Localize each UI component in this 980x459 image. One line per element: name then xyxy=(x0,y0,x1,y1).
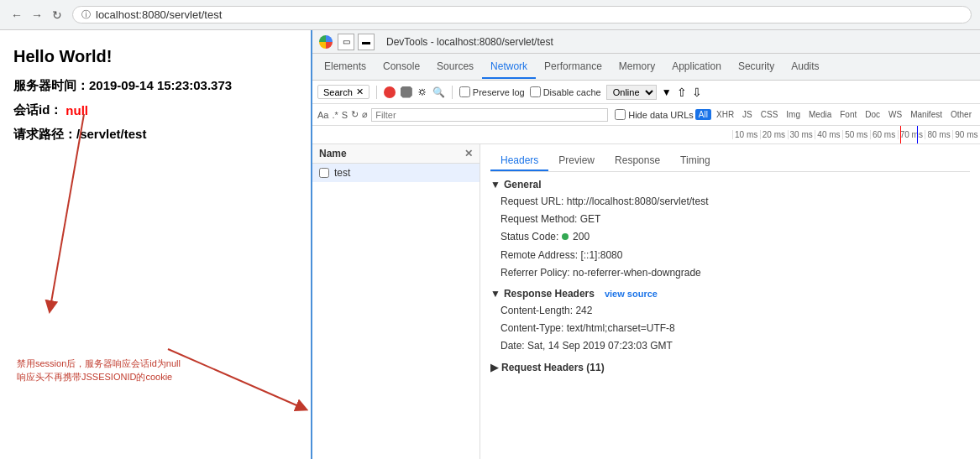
filter-tab-doc[interactable]: Doc xyxy=(862,109,883,120)
search-label: Search xyxy=(323,87,353,97)
network-filter-toolbar: Aa .* S ↻ ⌀ Hide data URLs All XHR JS CS… xyxy=(312,104,980,126)
preserve-log-label[interactable]: Preserve log xyxy=(459,86,525,97)
remote-address-value: [::1]:8080 xyxy=(580,249,622,261)
request-url-key: Request URL: xyxy=(500,196,567,207)
forward-button[interactable]: → xyxy=(29,7,45,23)
response-headers-section: ▼ Response Headers view source Content-L… xyxy=(490,288,970,355)
tab-security[interactable]: Security xyxy=(730,55,783,79)
preserve-log-checkbox[interactable] xyxy=(459,86,470,97)
throttle-select[interactable]: Online xyxy=(606,85,657,100)
request-method-row: Request Method: GET xyxy=(500,211,970,227)
session-value: null xyxy=(66,103,88,117)
disable-cache-checkbox[interactable] xyxy=(530,86,541,97)
content-length-value: 242 xyxy=(575,305,592,316)
referrer-policy-value: no-referrer-when-downgrade xyxy=(573,267,701,279)
detail-tab-headers[interactable]: Headers xyxy=(490,151,548,171)
timeline-ruler: 10 ms 20 ms 30 ms 40 ms 50 ms 60 ms 70 m… xyxy=(312,126,980,144)
upload-icon[interactable]: ⇧ xyxy=(677,86,687,99)
tab-sources[interactable]: Sources xyxy=(428,55,482,79)
filter-tab-ws[interactable]: WS xyxy=(885,109,905,120)
response-headers-header: ▼ Response Headers view source xyxy=(490,288,970,300)
request-headers-label: Request Headers (11) xyxy=(501,362,605,373)
search-icon[interactable]: 🔍 xyxy=(432,86,445,98)
devtools-dock-icons: ▭ ▬ xyxy=(338,34,375,50)
request-checkbox[interactable] xyxy=(319,168,329,178)
disable-cache-label[interactable]: Disable cache xyxy=(530,86,601,97)
general-section: ▼ General Request URL: http://localhost:… xyxy=(490,179,970,281)
name-column: Name ✕ test xyxy=(312,144,480,459)
tab-application[interactable]: Application xyxy=(663,55,730,79)
filter-block[interactable]: ⌀ xyxy=(362,109,368,120)
path-line: 请求路径：/servlet/test xyxy=(13,127,297,143)
annotation-text: 禁用session后，服务器响应会话id为null 响应头不再携带JSSESIO… xyxy=(17,357,181,383)
request-headers-toggle[interactable]: ▶ Request Headers (11) xyxy=(490,362,970,373)
server-time: 服务器时间：2019-09-14 15:23:03.373 xyxy=(13,78,297,94)
stop-button[interactable] xyxy=(401,86,412,98)
filter-tab-media[interactable]: Media xyxy=(805,109,835,120)
hide-data-urls-text: Hide data URLs xyxy=(628,110,694,120)
ruler-80ms: 80 ms xyxy=(925,130,952,139)
date-row: Date: Sat, 14 Sep 2019 07:23:03 GMT xyxy=(500,338,970,354)
filter-tab-img[interactable]: Img xyxy=(783,109,804,120)
name-close-button[interactable]: ✕ xyxy=(464,148,473,159)
filter-tab-font[interactable]: Font xyxy=(836,109,860,120)
view-source-link[interactable]: view source xyxy=(605,289,658,299)
filter-dot[interactable]: .* xyxy=(332,110,338,120)
nav-buttons: ← → ↻ xyxy=(8,7,66,23)
record-button[interactable] xyxy=(384,86,396,98)
filter-tab-css[interactable]: CSS xyxy=(757,109,782,120)
page-title: Hello World! xyxy=(13,47,297,66)
separator-1 xyxy=(376,86,377,99)
status-code-value: 200 xyxy=(573,231,590,243)
reload-button[interactable]: ↻ xyxy=(49,7,66,23)
filter-tab-manifest[interactable]: Manifest xyxy=(907,109,946,120)
search-box[interactable]: Search ✕ xyxy=(317,85,369,99)
filter-aa[interactable]: Aa xyxy=(317,110,328,120)
hide-data-urls-checkbox[interactable] xyxy=(615,109,626,120)
filter-input[interactable] xyxy=(371,108,608,122)
referrer-policy-row: Referrer Policy: no-referrer-when-downgr… xyxy=(500,265,970,281)
ruler-70ms: 70 ms xyxy=(898,130,925,139)
devtools-titlebar: ▭ ▬ DevTools - localhost:8080/servlet/te… xyxy=(312,30,980,54)
request-method-key: Request Method: xyxy=(500,213,580,225)
disable-cache-text: Disable cache xyxy=(543,87,601,97)
devtools-logo xyxy=(319,35,333,49)
detail-tab-response[interactable]: Response xyxy=(605,151,670,171)
dock-icon-1[interactable]: ▭ xyxy=(338,34,354,50)
request-row-test[interactable]: test xyxy=(312,164,480,182)
back-button[interactable]: ← xyxy=(8,7,25,23)
browser-chrome: ← → ↻ ⓘ localhost:8080/servlet/test xyxy=(0,0,980,30)
search-close-button[interactable]: ✕ xyxy=(356,86,364,97)
detail-tab-preview[interactable]: Preview xyxy=(548,151,605,171)
filter-tab-all[interactable]: All xyxy=(695,109,711,120)
content-length-key: Content-Length: xyxy=(500,305,575,316)
network-toolbar: Search ✕ ⛭ 🔍 Preserve log Disable cache … xyxy=(312,81,980,104)
request-url-value: http://localhost:8080/servlet/test xyxy=(567,196,709,207)
dock-icon-2[interactable]: ▬ xyxy=(358,34,375,50)
filter-tab-xhr[interactable]: XHR xyxy=(713,109,737,120)
date-value: Sat, 14 Sep 2019 07:23:03 GMT xyxy=(527,340,673,352)
filter-s[interactable]: S xyxy=(342,110,348,120)
tab-memory[interactable]: Memory xyxy=(611,55,663,79)
remote-address-row: Remote Address: [::1]:8080 xyxy=(500,248,970,263)
svg-line-1 xyxy=(168,349,302,408)
filter-icon[interactable]: ⛭ xyxy=(417,86,427,98)
filter-refresh[interactable]: ↻ xyxy=(351,109,359,120)
tab-console[interactable]: Console xyxy=(375,55,428,79)
content-length-row: Content-Length: 242 xyxy=(500,303,970,319)
tab-audits[interactable]: Audits xyxy=(783,55,827,79)
tab-elements[interactable]: Elements xyxy=(316,55,375,79)
throttle-arrow: ▼ xyxy=(662,86,672,98)
name-column-header: Name ✕ xyxy=(312,144,480,164)
devtools-panel: ▭ ▬ DevTools - localhost:8080/servlet/te… xyxy=(311,30,980,459)
detail-tab-timing[interactable]: Timing xyxy=(670,151,721,171)
address-bar[interactable]: ⓘ localhost:8080/servlet/test xyxy=(72,6,972,23)
hide-data-urls-label[interactable]: Hide data URLs xyxy=(615,109,694,120)
ruler-10ms: 10 ms xyxy=(732,130,760,139)
tab-performance[interactable]: Performance xyxy=(536,55,611,79)
download-icon[interactable]: ⇩ xyxy=(692,86,702,99)
general-section-header: ▼ General xyxy=(490,179,970,190)
tab-network[interactable]: Network xyxy=(482,55,536,79)
filter-tab-js[interactable]: JS xyxy=(739,109,756,120)
filter-tab-other[interactable]: Other xyxy=(947,109,975,120)
